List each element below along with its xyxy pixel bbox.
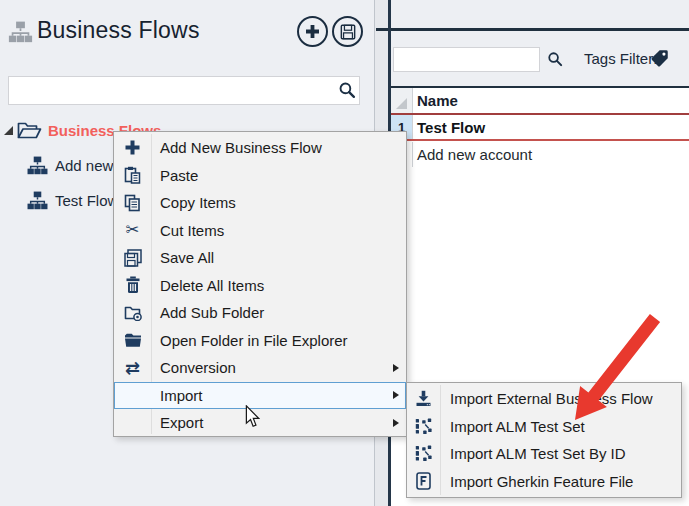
folder-open-icon (114, 333, 151, 348)
menu-item-add-sub-folder[interactable]: Add Sub Folder (114, 299, 406, 327)
business-flows-tree-icon (8, 21, 33, 47)
flow-icon (27, 191, 48, 210)
search-icon[interactable] (338, 81, 356, 103)
add-business-flow-button[interactable] (297, 16, 328, 47)
table-row[interactable]: Add new account (391, 142, 689, 167)
open-folder-icon (17, 120, 42, 140)
select-all-corner[interactable] (391, 88, 413, 113)
save-all-icon (114, 249, 151, 267)
right-panel-top-strip (391, 0, 689, 28)
table-header-row[interactable]: Name (391, 88, 689, 113)
column-header-name[interactable]: Name (417, 88, 458, 113)
menu-item-open-folder-in-file-explorer[interactable]: Open Folder in File Explorer (114, 327, 406, 355)
save-icon (340, 24, 356, 40)
menu-item-save-all[interactable]: Save All (114, 244, 406, 272)
flow-icon (27, 156, 48, 175)
add-subfolder-icon (114, 304, 151, 321)
alm-test-set-icon (407, 418, 440, 435)
submenu-arrow-icon (393, 391, 399, 399)
submenu-item-import-gherkin-feature-file[interactable]: Import Gherkin Feature File (407, 468, 681, 496)
save-button[interactable] (332, 16, 363, 47)
menu-item-copy-items[interactable]: Copy Items (114, 189, 406, 217)
search-icon[interactable] (547, 51, 563, 71)
plus-icon (114, 139, 151, 156)
tag-icon[interactable] (650, 49, 669, 72)
row-name-cell[interactable]: Test Flow (417, 115, 485, 140)
paste-icon (114, 166, 151, 184)
menu-item-delete-all-items[interactable]: Delete All Items (114, 272, 406, 300)
alm-test-set-icon (407, 445, 440, 462)
copy-icon (114, 194, 151, 212)
submenu-arrow-icon (393, 419, 399, 427)
menu-item-conversion[interactable]: ⇄ Conversion (114, 354, 406, 382)
menu-item-paste[interactable]: Paste (114, 162, 406, 190)
tree-item-label: Test Flow (55, 192, 118, 209)
scissors-icon: ✂ (114, 222, 151, 238)
conversion-icon: ⇄ (114, 359, 151, 377)
context-menu: Add New Business Flow Paste Copy Items ✂… (113, 131, 407, 437)
import-submenu: Import External Business Flow Import ALM… (406, 382, 682, 498)
gherkin-file-icon (407, 472, 440, 490)
download-icon (407, 390, 440, 407)
tree-item-test-flow[interactable]: Test Flow (27, 189, 118, 211)
row-name-cell[interactable]: Add new account (417, 142, 532, 167)
right-panel-toolbar: Tags Filter: (391, 31, 689, 87)
trash-icon (114, 276, 151, 294)
tags-filter-label: Tags Filter: (584, 50, 657, 67)
flows-search-input[interactable] (393, 47, 540, 72)
expander-icon[interactable] (4, 126, 13, 135)
page-title: Business Flows (37, 17, 200, 44)
table-row[interactable]: 1 Test Flow (391, 115, 689, 140)
plus-icon (305, 24, 320, 39)
menu-item-cut-items[interactable]: ✂ Cut Items (114, 217, 406, 245)
tree-search-input[interactable] (8, 76, 360, 105)
menu-item-import[interactable]: Import (114, 382, 406, 410)
submenu-item-import-alm-test-set-by-id[interactable]: Import ALM Test Set By ID (407, 440, 681, 468)
menu-item-add-new-business-flow[interactable]: Add New Business Flow (114, 134, 406, 162)
row-underline (391, 139, 689, 141)
menu-item-export[interactable]: Export (114, 409, 406, 437)
sort-triangle-icon (396, 98, 407, 109)
submenu-item-import-alm-test-set[interactable]: Import ALM Test Set (407, 413, 681, 441)
submenu-item-import-external-business-flow[interactable]: Import External Business Flow (407, 385, 681, 413)
submenu-arrow-icon (393, 364, 399, 372)
